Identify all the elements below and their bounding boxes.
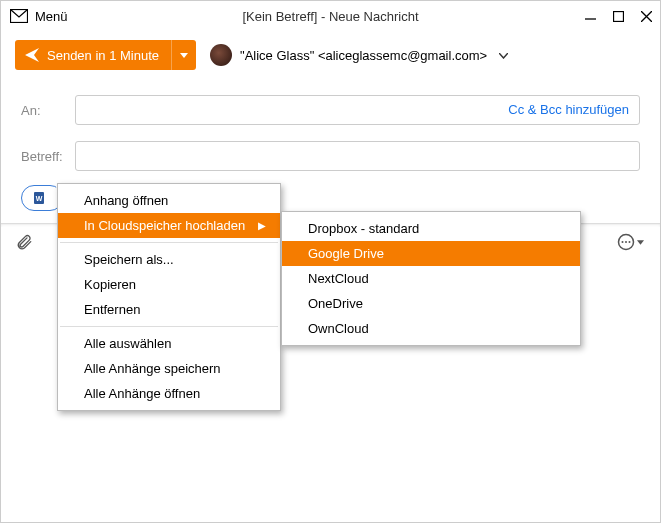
- chevron-down-icon: [499, 53, 508, 59]
- menu-separator: [60, 326, 278, 327]
- menu-item-onedrive[interactable]: OneDrive: [282, 291, 580, 316]
- more-button[interactable]: [617, 233, 646, 251]
- menu-separator: [60, 242, 278, 243]
- maximize-button[interactable]: [612, 11, 624, 22]
- titlebar: Menü [Kein Betreff] - Neue Nachricht: [1, 1, 660, 31]
- paperclip-icon: [15, 233, 33, 251]
- window-title: [Kein Betreff] - Neue Nachricht: [242, 9, 418, 24]
- context-menu-cloud-providers: Dropbox - standard Google Drive NextClou…: [281, 211, 581, 346]
- menu-item-save-all[interactable]: Alle Anhänge speichern: [58, 356, 280, 381]
- menu-item-nextcloud[interactable]: NextCloud: [282, 266, 580, 291]
- send-icon: [25, 48, 39, 62]
- to-input[interactable]: Cc & Bcc hinzufügen: [75, 95, 640, 125]
- svg-point-10: [629, 241, 631, 243]
- submenu-arrow-icon: ▶: [258, 220, 266, 231]
- toolbar: Senden in 1 Minute "Alice Glass" <aliceg…: [1, 31, 660, 79]
- menu-item-upload-cloud[interactable]: In Cloudspeicher hochladen▶: [58, 213, 280, 238]
- menu-item-select-all[interactable]: Alle auswählen: [58, 331, 280, 356]
- document-icon: W: [32, 191, 46, 205]
- svg-point-8: [622, 241, 624, 243]
- menu-item-copy[interactable]: Kopieren: [58, 272, 280, 297]
- menu-button[interactable]: Menü: [35, 9, 68, 24]
- menu-item-open-all[interactable]: Alle Anhänge öffnen: [58, 381, 280, 406]
- send-button-label: Senden in 1 Minute: [47, 48, 159, 63]
- subject-input[interactable]: [75, 141, 640, 171]
- avatar: [210, 44, 232, 66]
- svg-text:W: W: [36, 195, 43, 202]
- context-menu-attachment: Anhang öffnen In Cloudspeicher hochladen…: [57, 183, 281, 411]
- menu-item-dropbox[interactable]: Dropbox - standard: [282, 216, 580, 241]
- from-switcher[interactable]: [499, 50, 508, 61]
- from-display: "Alice Glass" <aliceglassemc@gmail.com>: [240, 48, 487, 63]
- send-button[interactable]: Senden in 1 Minute: [15, 40, 196, 70]
- ellipsis-icon: [617, 233, 635, 251]
- menu-item-owncloud[interactable]: OwnCloud: [282, 316, 580, 341]
- svg-point-9: [625, 241, 627, 243]
- chevron-down-icon: [180, 53, 188, 58]
- svg-rect-2: [613, 11, 623, 21]
- chevron-down-icon: [637, 240, 644, 245]
- menu-item-remove[interactable]: Entfernen: [58, 297, 280, 322]
- mail-icon: [9, 9, 29, 23]
- ccbcc-link[interactable]: Cc & Bcc hinzufügen: [508, 102, 629, 117]
- attach-button[interactable]: [15, 233, 33, 251]
- to-label: An:: [21, 103, 75, 118]
- menu-item-google-drive[interactable]: Google Drive: [282, 241, 580, 266]
- minimize-button[interactable]: [584, 11, 596, 22]
- subject-label: Betreff:: [21, 149, 75, 164]
- send-dropdown-toggle[interactable]: [172, 53, 196, 58]
- close-button[interactable]: [640, 11, 652, 22]
- menu-item-save-as[interactable]: Speichern als...: [58, 247, 280, 272]
- menu-item-open-attachment[interactable]: Anhang öffnen: [58, 188, 280, 213]
